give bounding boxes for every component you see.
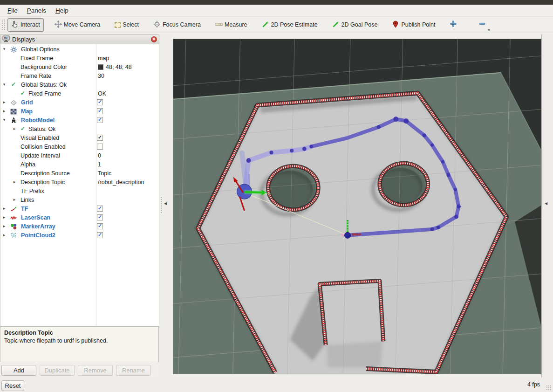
- green-arrow-icon: [332, 21, 340, 29]
- expander-icon[interactable]: [2, 206, 7, 211]
- row-value[interactable]: 48; 48; 48: [98, 64, 132, 70]
- tree-row-grid[interactable]: Grid: [0, 98, 159, 107]
- expander-icon[interactable]: [2, 117, 7, 122]
- rename-button[interactable]: Rename: [116, 365, 151, 376]
- checkbox[interactable]: [97, 214, 103, 220]
- measure-tool-button[interactable]: Measure: [212, 18, 251, 32]
- expander-icon[interactable]: [2, 215, 7, 220]
- row-label: PointCloud2: [21, 232, 55, 239]
- tree-row-tf[interactable]: TF: [0, 205, 159, 213]
- checkbox[interactable]: [97, 232, 103, 238]
- right-splitter[interactable]: ◀: [541, 34, 553, 378]
- collapse-left-icon[interactable]: ◀: [164, 201, 167, 206]
- menu-file[interactable]: File: [3, 6, 22, 15]
- pose-estimate-tool-button[interactable]: 2D Pose Estimate: [258, 18, 321, 32]
- collapse-right-icon[interactable]: ◀: [545, 201, 547, 206]
- checkbox[interactable]: [97, 223, 103, 229]
- expander-icon[interactable]: [2, 233, 7, 237]
- checkbox[interactable]: [97, 135, 103, 141]
- checkbox[interactable]: [97, 144, 103, 150]
- expander-icon[interactable]: [2, 47, 7, 51]
- row-value: OK: [98, 90, 106, 97]
- row-label: LaserScan: [21, 214, 50, 221]
- row-label: TF: [21, 206, 28, 212]
- close-icon[interactable]: ✕: [151, 36, 157, 42]
- checkbox[interactable]: [97, 108, 103, 114]
- tree-row-description-source[interactable]: Description Source Topic: [0, 169, 159, 178]
- displays-panel-header[interactable]: Displays ✕: [0, 34, 159, 44]
- tree-row-alpha[interactable]: Alpha 1: [0, 160, 159, 169]
- tree-row-description-topic[interactable]: Description Topic /robot_description: [0, 178, 159, 187]
- tree-row-collision-enabled[interactable]: Collision Enabled: [0, 143, 159, 151]
- tree-row-laserscan[interactable]: LaserScan: [0, 213, 159, 222]
- left-splitter[interactable]: ◀: [159, 34, 173, 378]
- interact-tool-button[interactable]: Interact: [7, 18, 44, 32]
- tool-label: Move Camera: [64, 21, 101, 28]
- checkbox[interactable]: [97, 117, 103, 123]
- row-value[interactable]: /robot_description: [98, 179, 144, 186]
- tree-row-background-color[interactable]: Background Color 48; 48; 48: [0, 63, 159, 72]
- expander-icon[interactable]: [12, 197, 17, 202]
- expander-icon[interactable]: [2, 82, 7, 87]
- monitor-icon: [2, 35, 10, 44]
- row-label: Description Topic: [20, 179, 65, 186]
- row-value[interactable]: 1: [98, 161, 101, 168]
- tree-row-links[interactable]: Links: [0, 196, 159, 205]
- minus-icon: [478, 20, 486, 29]
- expander-icon[interactable]: [12, 179, 17, 184]
- expander-icon[interactable]: [2, 100, 7, 104]
- menu-panels[interactable]: Panels: [22, 6, 51, 15]
- row-label: Fixed Frame: [28, 90, 61, 97]
- tree-row-global-options[interactable]: Global Options: [0, 45, 159, 54]
- tree-row-frame-rate[interactable]: Frame Rate 30: [0, 72, 159, 81]
- remove-button[interactable]: Remove: [78, 365, 113, 376]
- tree-row-markerarray[interactable]: MarkerArray: [0, 222, 159, 231]
- pointcloud-dots-icon: [10, 232, 17, 239]
- row-label: RobotModel: [21, 117, 55, 124]
- focus-crosshair-icon: [153, 21, 161, 29]
- tree-row-pointcloud2[interactable]: PointCloud2: [0, 231, 159, 240]
- panel-title: Displays: [12, 36, 35, 43]
- reset-button[interactable]: Reset: [1, 380, 24, 391]
- tree-row-map[interactable]: Map: [0, 107, 159, 116]
- tf-axes-icon: [10, 206, 17, 213]
- expander-icon[interactable]: [2, 109, 7, 113]
- publish-point-tool-button[interactable]: Publish Point: [388, 18, 439, 32]
- tree-row-fixed-frame-status[interactable]: Fixed Frame OK: [0, 89, 159, 98]
- tree-row-tf-prefix[interactable]: TF Prefix: [0, 187, 159, 196]
- hand-pointer-icon: [11, 21, 19, 29]
- tree-row-global-status[interactable]: Global Status: Ok: [0, 81, 159, 89]
- row-label: Fixed Frame: [20, 55, 53, 62]
- row-value[interactable]: 0: [98, 152, 101, 159]
- expander-icon[interactable]: [2, 224, 7, 228]
- goal-label-text: [352, 234, 361, 235]
- duplicate-button[interactable]: Duplicate: [40, 365, 75, 376]
- goal-pose-tool-button[interactable]: 2D Goal Pose: [328, 18, 382, 32]
- color-swatch: [98, 64, 103, 70]
- remove-tool-button[interactable]: ▾: [478, 20, 486, 29]
- render-viewport[interactable]: [173, 39, 541, 374]
- checkbox[interactable]: [97, 99, 103, 105]
- tree-row-robot-status[interactable]: Status: Ok: [0, 125, 159, 134]
- resize-grip[interactable]: [546, 385, 552, 391]
- expander-icon[interactable]: [12, 126, 17, 131]
- menu-help[interactable]: Help: [51, 6, 73, 15]
- tool-label: Measure: [225, 21, 247, 28]
- toolbar-drag-handle[interactable]: [2, 20, 5, 30]
- checkbox[interactable]: [97, 206, 103, 212]
- help-body: Topic where filepath to urdf is publishe…: [4, 337, 155, 345]
- displays-tree[interactable]: Global Options Fixed Frame map Backgroun…: [0, 44, 159, 326]
- 3d-scene[interactable]: [173, 39, 541, 374]
- move-camera-tool-button[interactable]: Move Camera: [51, 18, 104, 32]
- tree-row-robotmodel[interactable]: RobotModel: [0, 116, 159, 125]
- add-tool-button[interactable]: [450, 20, 457, 29]
- row-value[interactable]: map: [98, 55, 109, 62]
- row-value[interactable]: 30: [98, 73, 104, 79]
- add-button[interactable]: Add: [1, 365, 36, 376]
- tree-row-fixed-frame[interactable]: Fixed Frame map: [0, 54, 159, 63]
- tree-row-visual-enabled[interactable]: Visual Enabled: [0, 134, 159, 143]
- row-value[interactable]: Topic: [98, 170, 111, 177]
- select-tool-button[interactable]: Select: [111, 19, 143, 30]
- focus-camera-tool-button[interactable]: Focus Camera: [150, 18, 205, 32]
- tree-row-update-interval[interactable]: Update Interval 0: [0, 151, 159, 160]
